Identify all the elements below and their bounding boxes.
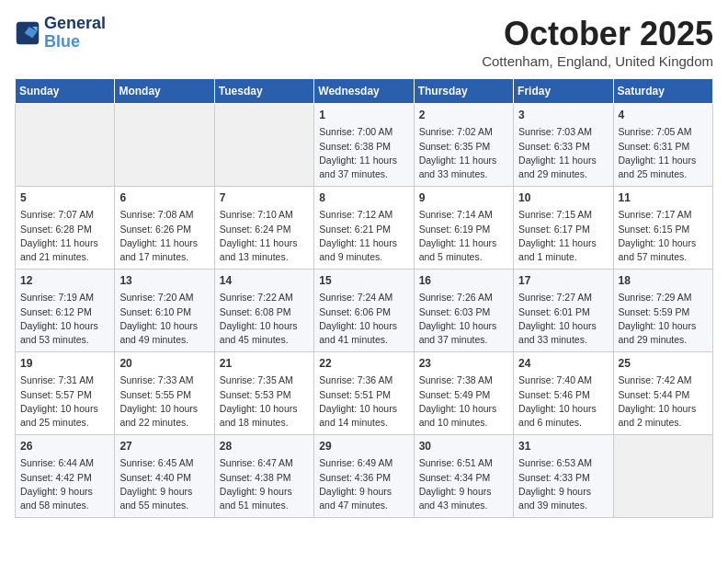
location: Cottenham, England, United Kingdom	[482, 53, 713, 69]
calendar-cell: 19Sunrise: 7:31 AM Sunset: 5:57 PM Dayli…	[16, 352, 115, 435]
calendar-cell: 6Sunrise: 7:08 AM Sunset: 6:26 PM Daylig…	[115, 187, 214, 270]
day-number: 13	[119, 273, 209, 289]
day-number: 26	[20, 439, 109, 454]
calendar-cell	[115, 104, 214, 187]
day-number: 22	[319, 356, 408, 372]
calendar-cell: 24Sunrise: 7:40 AM Sunset: 5:46 PM Dayli…	[514, 352, 613, 435]
calendar-cell: 3Sunrise: 7:03 AM Sunset: 6:33 PM Daylig…	[514, 104, 613, 187]
day-number: 25	[619, 356, 708, 372]
calendar-cell: 13Sunrise: 7:20 AM Sunset: 6:10 PM Dayli…	[115, 270, 214, 352]
calendar-cell: 21Sunrise: 7:35 AM Sunset: 5:53 PM Dayli…	[214, 352, 313, 435]
calendar-cell: 29Sunrise: 6:49 AM Sunset: 4:36 PM Dayli…	[314, 435, 414, 518]
day-info: Sunrise: 7:24 AM Sunset: 6:06 PM Dayligh…	[319, 291, 408, 347]
day-info: Sunrise: 6:45 AM Sunset: 4:40 PM Dayligh…	[119, 456, 209, 512]
calendar-cell	[613, 435, 712, 518]
day-info: Sunrise: 7:29 AM Sunset: 5:59 PM Dayligh…	[619, 291, 708, 347]
logo-line2: Blue	[44, 32, 80, 51]
calendar-cell: 8Sunrise: 7:12 AM Sunset: 6:21 PM Daylig…	[314, 187, 414, 270]
day-info: Sunrise: 7:02 AM Sunset: 6:35 PM Dayligh…	[419, 125, 508, 181]
day-info: Sunrise: 6:53 AM Sunset: 4:33 PM Dayligh…	[518, 456, 608, 512]
day-info: Sunrise: 7:20 AM Sunset: 6:10 PM Dayligh…	[119, 291, 209, 347]
day-info: Sunrise: 7:38 AM Sunset: 5:49 PM Dayligh…	[419, 373, 508, 430]
header-row: SundayMondayTuesdayWednesdayThursdayFrid…	[16, 79, 713, 104]
day-number: 14	[220, 273, 309, 289]
calendar-cell: 27Sunrise: 6:45 AM Sunset: 4:40 PM Dayli…	[115, 435, 214, 518]
day-info: Sunrise: 7:10 AM Sunset: 6:24 PM Dayligh…	[220, 208, 309, 264]
day-number: 7	[220, 190, 309, 206]
logo-line1: General	[44, 15, 106, 33]
calendar-cell: 10Sunrise: 7:15 AM Sunset: 6:17 PM Dayli…	[514, 187, 613, 270]
day-number: 17	[518, 273, 608, 289]
day-info: Sunrise: 6:49 AM Sunset: 4:36 PM Dayligh…	[319, 456, 408, 512]
day-number: 15	[319, 273, 408, 289]
day-info: Sunrise: 7:05 AM Sunset: 6:31 PM Dayligh…	[619, 125, 708, 181]
day-info: Sunrise: 7:31 AM Sunset: 5:57 PM Dayligh…	[20, 373, 109, 430]
day-number: 4	[619, 108, 708, 123]
header-day: Friday	[514, 79, 613, 104]
month-title: October 2025	[482, 15, 713, 53]
calendar-week-row: 12Sunrise: 7:19 AM Sunset: 6:12 PM Dayli…	[16, 270, 713, 352]
calendar-cell: 11Sunrise: 7:17 AM Sunset: 6:15 PM Dayli…	[613, 187, 712, 270]
day-number: 2	[419, 108, 508, 123]
day-info: Sunrise: 7:27 AM Sunset: 6:01 PM Dayligh…	[518, 291, 608, 347]
day-info: Sunrise: 7:08 AM Sunset: 6:26 PM Dayligh…	[119, 208, 209, 264]
day-info: Sunrise: 7:33 AM Sunset: 5:55 PM Dayligh…	[119, 373, 209, 430]
logo-text: General Blue	[44, 15, 106, 52]
day-info: Sunrise: 7:03 AM Sunset: 6:33 PM Dayligh…	[518, 125, 608, 181]
calendar-week-row: 19Sunrise: 7:31 AM Sunset: 5:57 PM Dayli…	[16, 352, 713, 435]
day-number: 27	[119, 439, 209, 454]
calendar-cell: 12Sunrise: 7:19 AM Sunset: 6:12 PM Dayli…	[16, 270, 115, 352]
calendar-table: SundayMondayTuesdayWednesdayThursdayFrid…	[15, 78, 713, 518]
day-number: 5	[20, 190, 109, 206]
day-number: 1	[319, 108, 408, 123]
calendar-cell: 17Sunrise: 7:27 AM Sunset: 6:01 PM Dayli…	[514, 270, 613, 352]
day-number: 30	[419, 439, 508, 454]
day-number: 9	[419, 190, 508, 206]
header-day: Sunday	[16, 79, 115, 104]
day-info: Sunrise: 7:26 AM Sunset: 6:03 PM Dayligh…	[419, 291, 508, 347]
calendar-cell	[214, 104, 313, 187]
header-day: Monday	[115, 79, 214, 104]
calendar-cell	[16, 104, 115, 187]
day-info: Sunrise: 7:22 AM Sunset: 6:08 PM Dayligh…	[220, 291, 309, 347]
day-number: 8	[319, 190, 408, 206]
day-info: Sunrise: 7:36 AM Sunset: 5:51 PM Dayligh…	[319, 373, 408, 430]
calendar-cell: 30Sunrise: 6:51 AM Sunset: 4:34 PM Dayli…	[414, 435, 513, 518]
day-number: 12	[20, 273, 109, 289]
day-info: Sunrise: 7:00 AM Sunset: 6:38 PM Dayligh…	[319, 125, 408, 181]
calendar-week-row: 5Sunrise: 7:07 AM Sunset: 6:28 PM Daylig…	[16, 187, 713, 270]
logo-icon	[15, 20, 40, 46]
day-info: Sunrise: 7:19 AM Sunset: 6:12 PM Dayligh…	[20, 291, 109, 347]
day-number: 24	[518, 356, 608, 372]
day-info: Sunrise: 6:44 AM Sunset: 4:42 PM Dayligh…	[20, 456, 109, 512]
logo: General Blue	[15, 15, 106, 52]
day-number: 28	[220, 439, 309, 454]
calendar-cell: 15Sunrise: 7:24 AM Sunset: 6:06 PM Dayli…	[314, 270, 414, 352]
calendar-cell: 1Sunrise: 7:00 AM Sunset: 6:38 PM Daylig…	[314, 104, 414, 187]
calendar-cell: 26Sunrise: 6:44 AM Sunset: 4:42 PM Dayli…	[16, 435, 115, 518]
header-day: Thursday	[414, 79, 513, 104]
day-number: 31	[518, 439, 608, 454]
page-header: General Blue October 2025 Cottenham, Eng…	[15, 15, 713, 69]
calendar-cell: 4Sunrise: 7:05 AM Sunset: 6:31 PM Daylig…	[613, 104, 712, 187]
day-number: 21	[220, 356, 309, 372]
day-number: 19	[20, 356, 109, 372]
day-number: 6	[119, 190, 209, 206]
calendar-cell: 5Sunrise: 7:07 AM Sunset: 6:28 PM Daylig…	[16, 187, 115, 270]
calendar-cell: 18Sunrise: 7:29 AM Sunset: 5:59 PM Dayli…	[613, 270, 712, 352]
calendar-cell: 16Sunrise: 7:26 AM Sunset: 6:03 PM Dayli…	[414, 270, 513, 352]
calendar-cell: 20Sunrise: 7:33 AM Sunset: 5:55 PM Dayli…	[115, 352, 214, 435]
calendar-cell: 22Sunrise: 7:36 AM Sunset: 5:51 PM Dayli…	[314, 352, 414, 435]
calendar-cell: 14Sunrise: 7:22 AM Sunset: 6:08 PM Dayli…	[214, 270, 313, 352]
day-number: 23	[419, 356, 508, 372]
calendar-cell: 23Sunrise: 7:38 AM Sunset: 5:49 PM Dayli…	[414, 352, 513, 435]
day-number: 20	[119, 356, 209, 372]
day-number: 3	[518, 108, 608, 123]
day-number: 18	[619, 273, 708, 289]
day-number: 29	[319, 439, 408, 454]
day-info: Sunrise: 7:14 AM Sunset: 6:19 PM Dayligh…	[419, 208, 508, 264]
calendar-cell: 9Sunrise: 7:14 AM Sunset: 6:19 PM Daylig…	[414, 187, 513, 270]
day-info: Sunrise: 7:07 AM Sunset: 6:28 PM Dayligh…	[20, 208, 109, 264]
calendar-cell: 31Sunrise: 6:53 AM Sunset: 4:33 PM Dayli…	[514, 435, 613, 518]
day-info: Sunrise: 6:51 AM Sunset: 4:34 PM Dayligh…	[419, 456, 508, 512]
